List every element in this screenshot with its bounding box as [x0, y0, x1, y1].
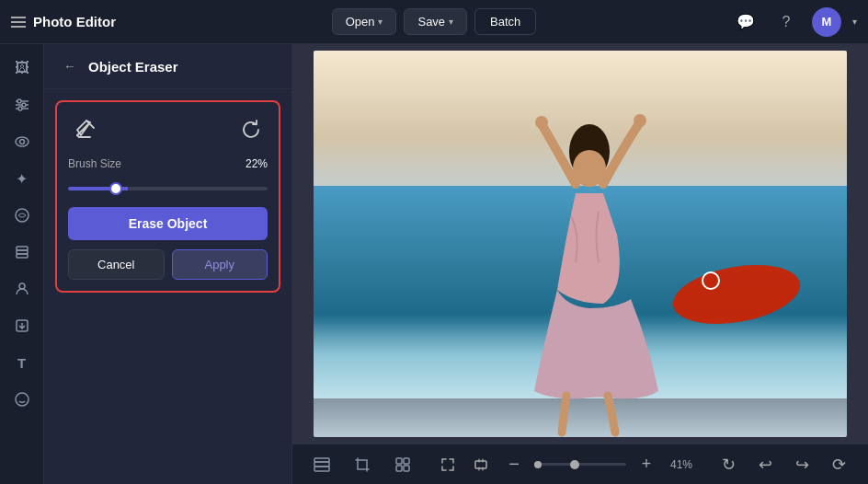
left-sidebar: 🖼 ✦	[0, 44, 44, 484]
svg-rect-26	[396, 466, 402, 471]
svg-rect-11	[17, 247, 28, 250]
panel-action-row: Cancel Apply	[68, 249, 268, 280]
app-header: Photo Editor Open ▾ Save ▾ Batch 💬 ? M ▾	[0, 0, 868, 44]
erase-object-button[interactable]: Erase Object	[68, 207, 268, 240]
panel-content: Brush Size 22% Erase Object Cancel Apply	[44, 89, 291, 484]
open-button[interactable]: Open ▾	[332, 8, 397, 35]
sidebar-item-view[interactable]	[6, 125, 39, 158]
header-center: Open ▾ Save ▾ Batch	[332, 8, 537, 35]
crop-bottom-icon[interactable]	[348, 450, 377, 479]
avatar[interactable]: M	[812, 7, 841, 37]
sidebar-item-sticker[interactable]	[6, 383, 39, 416]
sidebar-item-people[interactable]	[6, 272, 39, 305]
save-label: Save	[417, 15, 445, 29]
rotate-right-icon[interactable]: ↻	[714, 450, 743, 479]
bottom-toolbar: − + 41% ↻ ↩ ↪ ⟳	[292, 444, 868, 484]
undo-icon[interactable]: ↩	[750, 450, 780, 479]
zoom-in-button[interactable]: +	[634, 452, 659, 478]
batch-button[interactable]: Batch	[474, 8, 536, 35]
sidebar-item-image[interactable]: 🖼	[6, 52, 39, 85]
save-button[interactable]: Save ▾	[404, 8, 467, 35]
svg-point-6	[16, 137, 29, 146]
app-title: Photo Editor	[33, 14, 116, 29]
back-button[interactable]: ←	[59, 55, 81, 77]
header-right: 💬 ? M ▾	[536, 7, 857, 37]
grid-bottom-icon[interactable]	[388, 450, 417, 479]
open-chevron-icon: ▾	[378, 17, 383, 27]
help-icon[interactable]: ?	[771, 7, 801, 37]
brush-size-row: Brush Size 22%	[68, 157, 268, 170]
woman-figure	[314, 51, 847, 437]
open-label: Open	[346, 15, 375, 29]
toolbar-center: − + 41%	[435, 452, 696, 478]
svg-point-7	[19, 140, 24, 144]
sidebar-item-adjust[interactable]	[6, 88, 39, 121]
zoom-level: 41%	[667, 458, 696, 471]
toolbar-right: ↻ ↩ ↪ ⟳	[714, 450, 853, 479]
brush-size-slider-container	[68, 178, 268, 194]
redo-icon[interactable]: ↪	[787, 450, 817, 479]
header-left: Photo Editor	[11, 14, 332, 29]
svg-rect-24	[396, 458, 402, 464]
menu-icon[interactable]	[11, 17, 26, 28]
svg-rect-25	[404, 458, 409, 464]
zoom-out-button[interactable]: −	[501, 452, 527, 478]
panel-title: Object Eraser	[88, 59, 178, 75]
panel-header: ← Object Eraser	[44, 44, 291, 89]
history-icon[interactable]: ⟳	[824, 450, 853, 479]
svg-point-18	[634, 114, 646, 127]
brush-size-value: 22%	[246, 157, 268, 170]
message-icon[interactable]: 💬	[731, 7, 760, 37]
brush-size-slider[interactable]	[68, 187, 268, 190]
svg-rect-23	[314, 458, 329, 462]
sidebar-item-layers[interactable]	[6, 236, 39, 269]
cancel-button[interactable]: Cancel	[68, 249, 165, 280]
svg-point-12	[19, 283, 25, 289]
zoom-fit-icon[interactable]	[468, 452, 494, 478]
canvas-area[interactable]: − + 41% ↻ ↩ ↪ ⟳	[292, 44, 868, 484]
svg-point-8	[16, 209, 29, 222]
svg-point-5	[18, 107, 22, 110]
sidebar-item-text[interactable]: T	[6, 346, 39, 379]
zoom-slider[interactable]	[534, 463, 626, 466]
eraser-box: Brush Size 22% Erase Object Cancel Apply	[55, 100, 280, 293]
refresh-icon[interactable]	[234, 113, 268, 146]
save-chevron-icon: ▾	[449, 17, 453, 27]
main-content: 🖼 ✦	[0, 44, 868, 484]
eraser-icon[interactable]	[68, 113, 101, 146]
object-eraser-panel: ← Object Eraser	[44, 44, 292, 484]
photo-canvas	[314, 51, 847, 437]
svg-point-3	[17, 99, 21, 103]
svg-rect-27	[404, 466, 409, 471]
svg-rect-28	[475, 461, 486, 468]
svg-point-14	[16, 393, 29, 406]
sidebar-item-effects[interactable]	[6, 199, 39, 232]
layers-bottom-icon[interactable]	[307, 450, 337, 479]
svg-point-17	[535, 116, 548, 129]
sidebar-item-magic[interactable]: ✦	[6, 162, 39, 195]
apply-button[interactable]: Apply	[172, 249, 268, 280]
image-container	[292, 44, 868, 444]
svg-point-4	[22, 103, 26, 107]
brush-size-label: Brush Size	[68, 157, 121, 170]
fit-screen-icon[interactable]	[435, 452, 461, 478]
avatar-chevron-icon[interactable]: ▾	[852, 17, 857, 27]
svg-point-19	[668, 256, 805, 332]
eraser-icons-row	[68, 113, 268, 146]
toolbar-left	[307, 450, 417, 479]
sidebar-item-export[interactable]	[6, 309, 39, 342]
